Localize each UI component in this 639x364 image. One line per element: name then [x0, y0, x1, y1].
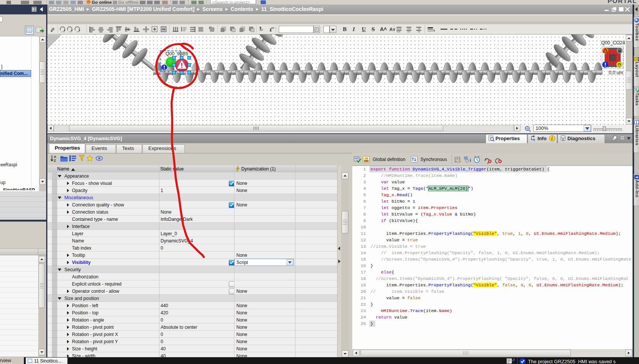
svg-text:A: A	[635, 18, 638, 22]
svg-text:i: i	[470, 158, 471, 163]
svg-text:JS: JS	[364, 157, 368, 160]
svg-text:Z: Z	[54, 159, 56, 162]
svg-text:A: A	[54, 155, 56, 159]
